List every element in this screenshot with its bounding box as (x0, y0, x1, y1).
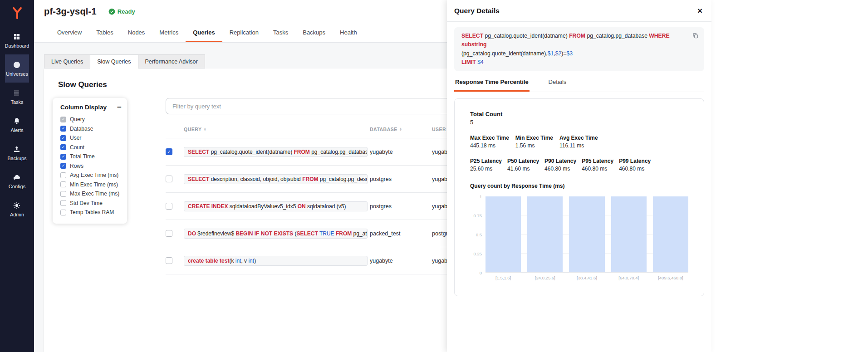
column-option-temp-tables-ram[interactable]: Temp Tables RAM (53, 208, 127, 217)
checkbox[interactable] (60, 191, 66, 197)
checkbox[interactable] (60, 181, 66, 187)
column-option-rows[interactable]: ✓Rows (53, 161, 127, 171)
tab-tasks[interactable]: Tasks (266, 23, 295, 42)
column-header-query[interactable]: QUERY▲▼ (184, 127, 370, 132)
query-filter-input[interactable] (166, 98, 447, 114)
checkbox[interactable] (60, 200, 66, 206)
stat-value: 1.56 ms (515, 142, 553, 149)
total-count-value: 5 (470, 119, 688, 126)
chart-bar (485, 196, 521, 272)
checkbox[interactable] (60, 172, 66, 178)
column-header-database[interactable]: DATABASE▲▼ (370, 127, 432, 132)
column-option-std-dev-time[interactable]: Std Dev Time (53, 199, 127, 208)
subtab-slow-queries[interactable]: Slow Queries (90, 54, 138, 68)
response-time-chart: 00.250.50.751 [1.5,1.6][24.0,25.6][38.4,… (470, 196, 688, 280)
exec-time-stats: Max Exec Time445.18 msMin Exec Time1.56 … (470, 135, 688, 149)
row-checkbox[interactable] (166, 203, 172, 210)
column-display-header: Column Display − (53, 103, 127, 111)
column-header-label: USER (432, 127, 446, 132)
table-row[interactable]: create table test(k int, v int)yugabytey… (166, 247, 447, 274)
column-option-count[interactable]: ✓Count (53, 143, 127, 152)
copy-icon[interactable] (691, 31, 700, 40)
sort-arrows-icon[interactable]: ▲▼ (399, 127, 402, 131)
table-row[interactable]: SELECT description, classoid, objoid, ob… (166, 166, 447, 193)
row-select-cell (166, 230, 184, 237)
query-details-title: Query Details (454, 7, 500, 15)
column-display-card: Column Display − ✓Query✓Database✓User✓Co… (53, 98, 127, 224)
subtab-performance-advisor[interactable]: Performance Advisor (138, 54, 205, 68)
checkbox[interactable]: ✓ (60, 144, 66, 150)
details-tab-response-time-percentile[interactable]: Response Time Percentile (454, 78, 530, 92)
table-row[interactable]: DO $redefineview$ BEGIN IF NOT EXISTS (S… (166, 220, 447, 247)
user-cell: postgres (432, 230, 447, 237)
stat-label: Avg Exec Time (559, 135, 598, 141)
universe-header: pf-3g-ysql-1 Ready (34, 0, 447, 23)
column-option-user[interactable]: ✓User (53, 133, 127, 143)
column-display-options: ✓Query✓Database✓User✓Count✓Total Time✓Ro… (53, 115, 127, 217)
sidebar-item-backups[interactable]: Backups (5, 139, 29, 167)
column-option-avg-exec-time-ms[interactable]: Avg Exec Time (ms) (53, 171, 127, 180)
tab-queries[interactable]: Queries (186, 23, 222, 42)
chart-y-axis: 00.250.50.751 (470, 196, 485, 273)
stat-label: P90 Latency (544, 158, 576, 164)
sort-arrows-icon[interactable]: ▲▼ (203, 127, 206, 131)
checkbox[interactable]: ✓ (60, 126, 66, 132)
checkbox[interactable]: ✓ (60, 163, 66, 169)
checkbox[interactable]: ✓ (60, 135, 66, 141)
sidebar-item-label: Universes (6, 71, 28, 77)
yugabyte-logo[interactable] (8, 4, 26, 22)
details-tab-details[interactable]: Details (548, 78, 568, 92)
chart-bar (653, 196, 688, 272)
column-option-label: Database (70, 126, 93, 132)
tab-tables[interactable]: Tables (89, 23, 121, 42)
column-option-max-exec-time-ms[interactable]: Max Exec Time (ms) (53, 189, 127, 199)
stat-label: P25 Latency (470, 158, 502, 164)
row-checkbox[interactable] (166, 257, 172, 264)
row-checkbox[interactable] (166, 176, 172, 182)
column-option-total-time[interactable]: ✓Total Time (53, 152, 127, 161)
sidebar-item-admin[interactable]: Admin (5, 195, 29, 223)
y-tick-label: 0.25 (474, 251, 482, 256)
tab-overview[interactable]: Overview (50, 23, 89, 42)
column-option-label: Temp Tables RAM (70, 209, 114, 215)
close-icon[interactable]: × (697, 6, 702, 15)
stat-value: 460.80 ms (619, 166, 651, 172)
column-header-user[interactable]: USER▲▼ (432, 127, 447, 132)
tab-backups[interactable]: Backups (295, 23, 333, 42)
tab-health[interactable]: Health (333, 23, 364, 42)
column-option-label: Total Time (70, 153, 95, 160)
x-tick-label: [409.6,460.8] (653, 275, 688, 280)
sidebar-item-configs[interactable]: Configs (5, 167, 29, 195)
status-label: Ready (118, 8, 135, 15)
tab-nodes[interactable]: Nodes (121, 23, 152, 42)
subtab-live-queries[interactable]: Live Queries (44, 54, 90, 68)
column-option-database[interactable]: ✓Database (53, 124, 127, 134)
sidebar-item-alerts[interactable]: Alerts (5, 111, 29, 139)
sidebar-item-universes[interactable]: Universes (5, 54, 29, 83)
checkbox[interactable] (60, 210, 66, 215)
sidebar-item-tasks[interactable]: Tasks (5, 83, 29, 111)
stat-value: 116.11 ms (559, 142, 598, 149)
column-header-label: QUERY (184, 127, 201, 132)
row-checkbox[interactable]: ✓ (166, 148, 172, 155)
tab-replication[interactable]: Replication (222, 23, 266, 42)
checkbox[interactable]: ✓ (60, 154, 66, 160)
table-row[interactable]: CREATE INDEX sqldataloadByValuev5_idx5 O… (166, 193, 447, 220)
column-option-min-exec-time-ms[interactable]: Min Exec Time (ms) (53, 180, 127, 190)
query-text: DO $redefineview$ BEGIN IF NOT EXISTS (S… (184, 229, 368, 239)
stat-p95-latency: P95 Latency460.80 ms (582, 158, 613, 172)
tab-metrics[interactable]: Metrics (152, 23, 186, 42)
table-row[interactable]: ✓SELECT pg_catalog.quote_ident(datname) … (166, 138, 447, 166)
chart-bar (611, 196, 647, 272)
query-text: SELECT description, classoid, objoid, ob… (184, 174, 368, 184)
checkbox: ✓ (60, 117, 66, 122)
universe-name: pf-3g-ysql-1 (44, 6, 97, 17)
y-tick-label: 1 (480, 194, 482, 199)
details-tabbar: Response Time PercentileDetails (454, 78, 704, 92)
user-cell: yugabyte (432, 149, 447, 155)
stat-value: 25.60 ms (470, 166, 502, 172)
row-checkbox[interactable] (166, 230, 172, 237)
query-details-header: Query Details × (447, 0, 711, 22)
sidebar-item-dashboard[interactable]: Dashboard (5, 26, 29, 54)
collapse-icon[interactable]: − (117, 103, 122, 111)
